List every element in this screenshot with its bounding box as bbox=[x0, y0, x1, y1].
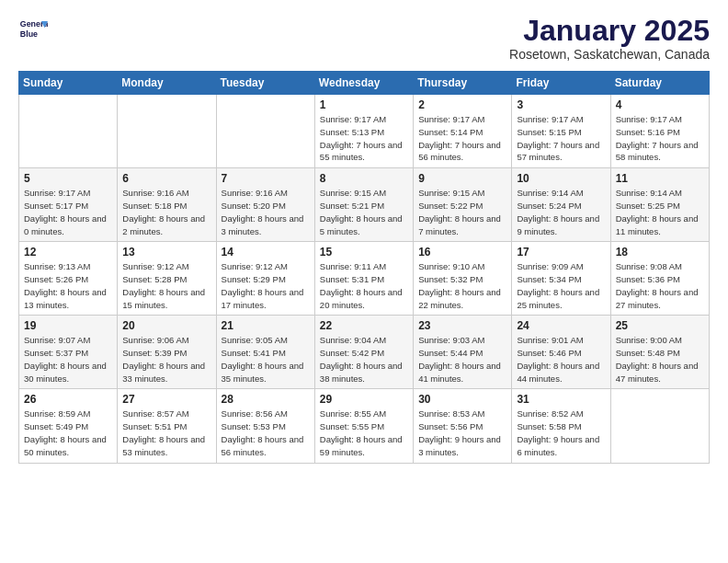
week-row-4: 26Sunrise: 8:59 AM Sunset: 5:49 PM Dayli… bbox=[19, 389, 710, 463]
day-info: Sunrise: 9:03 AM Sunset: 5:44 PM Dayligh… bbox=[418, 334, 506, 385]
calendar-cell: 1Sunrise: 9:17 AM Sunset: 5:13 PM Daylig… bbox=[314, 95, 413, 168]
calendar-cell: 18Sunrise: 9:08 AM Sunset: 5:36 PM Dayli… bbox=[610, 242, 709, 316]
logo-icon: General Blue bbox=[18, 15, 48, 44]
day-info: Sunrise: 9:17 AM Sunset: 5:14 PM Dayligh… bbox=[418, 113, 506, 164]
day-number: 12 bbox=[24, 246, 112, 259]
week-row-0: 1Sunrise: 9:17 AM Sunset: 5:13 PM Daylig… bbox=[19, 95, 710, 168]
header-wednesday: Wednesday bbox=[314, 72, 413, 95]
calendar-cell: 9Sunrise: 9:15 AM Sunset: 5:22 PM Daylig… bbox=[414, 168, 512, 242]
day-number: 20 bbox=[122, 319, 210, 332]
day-info: Sunrise: 9:16 AM Sunset: 5:18 PM Dayligh… bbox=[122, 187, 210, 237]
week-row-1: 5Sunrise: 9:17 AM Sunset: 5:17 PM Daylig… bbox=[19, 168, 710, 242]
day-number: 28 bbox=[222, 393, 310, 406]
calendar-cell: 24Sunrise: 9:01 AM Sunset: 5:46 PM Dayli… bbox=[512, 316, 610, 389]
day-number: 18 bbox=[616, 246, 704, 259]
header: General Blue General Blue January 2025 R… bbox=[18, 15, 710, 62]
calendar-cell: 31Sunrise: 8:52 AM Sunset: 5:58 PM Dayli… bbox=[512, 389, 610, 463]
day-number: 6 bbox=[122, 172, 210, 185]
day-number: 22 bbox=[320, 319, 408, 332]
calendar-cell bbox=[216, 95, 314, 168]
header-tuesday: Tuesday bbox=[216, 72, 314, 95]
day-number: 16 bbox=[418, 246, 506, 259]
day-number: 30 bbox=[418, 393, 506, 406]
calendar-cell: 27Sunrise: 8:57 AM Sunset: 5:51 PM Dayli… bbox=[118, 389, 216, 463]
calendar-cell bbox=[118, 95, 216, 168]
day-number: 26 bbox=[24, 393, 112, 406]
day-number: 15 bbox=[320, 246, 408, 259]
day-info: Sunrise: 9:01 AM Sunset: 5:46 PM Dayligh… bbox=[517, 334, 605, 385]
day-info: Sunrise: 8:52 AM Sunset: 5:58 PM Dayligh… bbox=[517, 408, 605, 458]
calendar-cell: 23Sunrise: 9:03 AM Sunset: 5:44 PM Dayli… bbox=[414, 316, 512, 389]
calendar-cell: 21Sunrise: 9:05 AM Sunset: 5:41 PM Dayli… bbox=[216, 316, 314, 389]
day-info: Sunrise: 9:14 AM Sunset: 5:24 PM Dayligh… bbox=[517, 187, 605, 237]
day-number: 23 bbox=[418, 319, 506, 332]
day-info: Sunrise: 9:12 AM Sunset: 5:29 PM Dayligh… bbox=[222, 260, 310, 311]
day-info: Sunrise: 9:17 AM Sunset: 5:16 PM Dayligh… bbox=[616, 113, 704, 164]
day-number: 14 bbox=[222, 246, 310, 259]
calendar-cell: 26Sunrise: 8:59 AM Sunset: 5:49 PM Dayli… bbox=[19, 389, 118, 463]
calendar-cell: 4Sunrise: 9:17 AM Sunset: 5:16 PM Daylig… bbox=[610, 95, 709, 168]
calendar-cell: 17Sunrise: 9:09 AM Sunset: 5:34 PM Dayli… bbox=[512, 242, 610, 316]
page: General Blue General Blue January 2025 R… bbox=[0, 0, 728, 478]
calendar-cell: 30Sunrise: 8:53 AM Sunset: 5:56 PM Dayli… bbox=[414, 389, 512, 463]
day-number: 24 bbox=[517, 319, 605, 332]
day-number: 9 bbox=[418, 172, 506, 185]
day-number: 8 bbox=[320, 172, 408, 185]
day-number: 4 bbox=[616, 98, 704, 111]
week-row-3: 19Sunrise: 9:07 AM Sunset: 5:37 PM Dayli… bbox=[19, 316, 710, 389]
day-number: 5 bbox=[24, 172, 112, 185]
day-number: 3 bbox=[517, 98, 605, 111]
day-number: 1 bbox=[320, 98, 408, 111]
day-info: Sunrise: 9:16 AM Sunset: 5:20 PM Dayligh… bbox=[222, 187, 310, 237]
day-number: 31 bbox=[517, 393, 605, 406]
title-block: January 2025 Rosetown, Saskatchewan, Can… bbox=[509, 15, 710, 62]
day-info: Sunrise: 9:17 AM Sunset: 5:13 PM Dayligh… bbox=[320, 113, 408, 164]
calendar-cell: 25Sunrise: 9:00 AM Sunset: 5:48 PM Dayli… bbox=[610, 316, 709, 389]
header-friday: Friday bbox=[512, 72, 610, 95]
calendar-cell: 8Sunrise: 9:15 AM Sunset: 5:21 PM Daylig… bbox=[314, 168, 413, 242]
day-info: Sunrise: 8:57 AM Sunset: 5:51 PM Dayligh… bbox=[122, 408, 210, 458]
day-number: 27 bbox=[122, 393, 210, 406]
calendar-cell: 20Sunrise: 9:06 AM Sunset: 5:39 PM Dayli… bbox=[118, 316, 216, 389]
day-number: 17 bbox=[517, 246, 605, 259]
calendar-cell bbox=[610, 389, 709, 463]
day-number: 13 bbox=[122, 246, 210, 259]
day-info: Sunrise: 9:17 AM Sunset: 5:15 PM Dayligh… bbox=[517, 113, 605, 164]
header-thursday: Thursday bbox=[414, 72, 512, 95]
day-number: 2 bbox=[418, 98, 506, 111]
day-info: Sunrise: 9:04 AM Sunset: 5:42 PM Dayligh… bbox=[320, 334, 408, 385]
day-number: 25 bbox=[616, 319, 704, 332]
calendar-cell: 6Sunrise: 9:16 AM Sunset: 5:18 PM Daylig… bbox=[118, 168, 216, 242]
calendar-cell: 13Sunrise: 9:12 AM Sunset: 5:28 PM Dayli… bbox=[118, 242, 216, 316]
day-info: Sunrise: 9:08 AM Sunset: 5:36 PM Dayligh… bbox=[616, 260, 704, 311]
calendar-cell: 11Sunrise: 9:14 AM Sunset: 5:25 PM Dayli… bbox=[610, 168, 709, 242]
header-saturday: Saturday bbox=[610, 72, 709, 95]
calendar-cell: 7Sunrise: 9:16 AM Sunset: 5:20 PM Daylig… bbox=[216, 168, 314, 242]
calendar-cell: 16Sunrise: 9:10 AM Sunset: 5:32 PM Dayli… bbox=[414, 242, 512, 316]
day-number: 29 bbox=[320, 393, 408, 406]
day-info: Sunrise: 9:11 AM Sunset: 5:31 PM Dayligh… bbox=[320, 260, 408, 311]
header-monday: Monday bbox=[118, 72, 216, 95]
day-number: 21 bbox=[222, 319, 310, 332]
svg-text:Blue: Blue bbox=[20, 29, 38, 39]
day-info: Sunrise: 9:07 AM Sunset: 5:37 PM Dayligh… bbox=[24, 334, 112, 385]
day-info: Sunrise: 8:53 AM Sunset: 5:56 PM Dayligh… bbox=[418, 408, 506, 458]
day-info: Sunrise: 9:09 AM Sunset: 5:34 PM Dayligh… bbox=[517, 260, 605, 311]
calendar-cell: 22Sunrise: 9:04 AM Sunset: 5:42 PM Dayli… bbox=[314, 316, 413, 389]
day-info: Sunrise: 9:12 AM Sunset: 5:28 PM Dayligh… bbox=[122, 260, 210, 311]
calendar-cell: 19Sunrise: 9:07 AM Sunset: 5:37 PM Dayli… bbox=[19, 316, 118, 389]
calendar-cell: 15Sunrise: 9:11 AM Sunset: 5:31 PM Dayli… bbox=[314, 242, 413, 316]
calendar-table: Sunday Monday Tuesday Wednesday Thursday… bbox=[18, 71, 710, 463]
day-info: Sunrise: 9:14 AM Sunset: 5:25 PM Dayligh… bbox=[616, 187, 704, 237]
day-number: 11 bbox=[616, 172, 704, 185]
calendar-cell: 12Sunrise: 9:13 AM Sunset: 5:26 PM Dayli… bbox=[19, 242, 118, 316]
day-number: 10 bbox=[517, 172, 605, 185]
day-number: 7 bbox=[222, 172, 310, 185]
weekday-header-row: Sunday Monday Tuesday Wednesday Thursday… bbox=[19, 72, 710, 95]
day-info: Sunrise: 8:55 AM Sunset: 5:55 PM Dayligh… bbox=[320, 408, 408, 458]
calendar-cell: 28Sunrise: 8:56 AM Sunset: 5:53 PM Dayli… bbox=[216, 389, 314, 463]
day-info: Sunrise: 9:17 AM Sunset: 5:17 PM Dayligh… bbox=[24, 187, 112, 237]
day-info: Sunrise: 9:00 AM Sunset: 5:48 PM Dayligh… bbox=[616, 334, 704, 385]
calendar-subtitle: Rosetown, Saskatchewan, Canada bbox=[509, 47, 710, 62]
day-info: Sunrise: 9:06 AM Sunset: 5:39 PM Dayligh… bbox=[122, 334, 210, 385]
